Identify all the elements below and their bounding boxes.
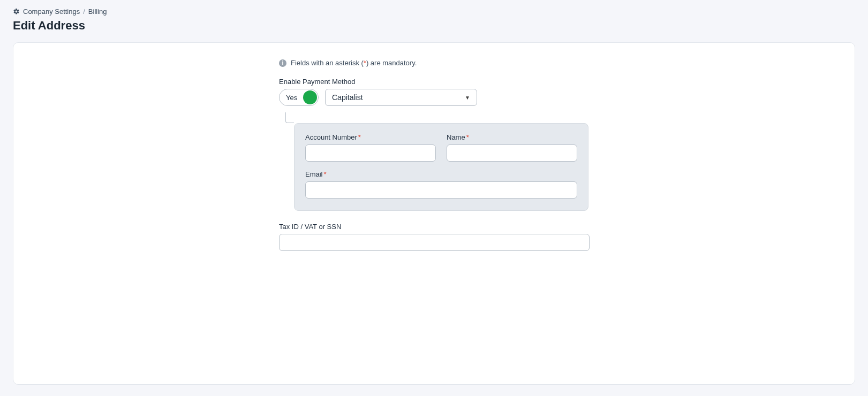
email-label: Email* [305,170,577,178]
account-number-input[interactable] [305,144,436,162]
enable-payment-method-label: Enable Payment Method [279,78,590,86]
tax-id-input[interactable] [279,234,590,251]
toggle-knob [303,90,317,104]
caret-down-icon: ▼ [465,95,470,101]
name-field: Name* [447,133,577,162]
content-card: i Fields with an asterisk (*) are mandat… [13,42,855,385]
gear-icon [13,8,20,15]
account-number-label-text: Account Number [305,133,357,141]
payment-provider-select[interactable]: Capitalist ▼ [325,89,477,106]
email-label-text: Email [305,170,323,178]
notice-suffix: ) are mandatory. [366,59,417,67]
connector [285,113,590,123]
notice-prefix: Fields with an asterisk ( [291,59,364,67]
name-input[interactable] [447,144,577,162]
required-mark: * [358,133,361,141]
required-mark: * [324,170,327,178]
tax-id-label: Tax ID / VAT or SSN [279,223,590,231]
account-number-field: Account Number* [305,133,436,162]
name-label: Name* [447,133,577,141]
tax-id-field: Tax ID / VAT or SSN [279,223,590,251]
breadcrumb: Company Settings / Billing [13,7,855,16]
account-number-label: Account Number* [305,133,436,141]
email-input[interactable] [305,181,577,199]
enable-payment-toggle[interactable]: Yes [279,89,319,106]
breadcrumb-root-link[interactable]: Company Settings [23,7,80,16]
breadcrumb-current-link[interactable]: Billing [88,7,107,16]
info-icon: i [279,59,286,67]
form-wrap: i Fields with an asterisk (*) are mandat… [279,59,590,251]
required-mark: * [466,133,469,141]
payment-provider-selected: Capitalist [332,93,363,102]
toggle-state-label: Yes [286,94,297,102]
name-label-text: Name [447,133,465,141]
mandatory-notice: i Fields with an asterisk (*) are mandat… [279,59,590,67]
breadcrumb-separator: / [83,7,85,16]
email-field: Email* [305,170,577,199]
mandatory-notice-text: Fields with an asterisk (*) are mandator… [291,59,417,67]
payment-details-panel: Account Number* Name* Email* [294,123,588,211]
payment-method-controls: Yes Capitalist ▼ [279,89,590,106]
page-title: Edit Address [13,19,855,33]
page-header: Company Settings / Billing Edit Address [0,0,868,38]
